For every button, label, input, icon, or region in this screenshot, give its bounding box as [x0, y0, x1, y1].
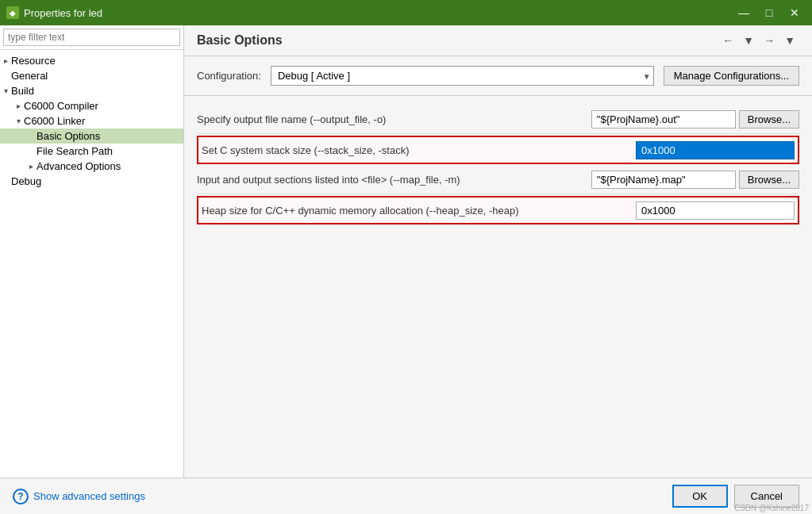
sidebar-filter-input[interactable] — [3, 29, 180, 46]
sidebar-item-file-search-path[interactable]: File Search Path — [0, 144, 183, 159]
tree-arrow-icon: ▾ — [0, 86, 11, 97]
sidebar-item-basic-options[interactable]: Basic Options — [0, 128, 183, 144]
option-row-heap-size: Heap size for C/C++ dynamic memory alloc… — [197, 196, 799, 224]
back-dropdown-button[interactable]: ▼ — [739, 32, 758, 49]
content-title: Basic Options — [197, 33, 283, 48]
option-row-map-file: Input and output sections listed into <f… — [197, 166, 799, 194]
browse-button-output-file[interactable]: Browse... — [739, 110, 799, 128]
config-row: Configuration: Debug [ Active ]ReleaseAl… — [184, 56, 812, 96]
sidebar-tree: ▸ResourceGeneral▾Build▸C6000 Compiler▾C6… — [0, 50, 183, 478]
sidebar-item-label: Basic Options — [37, 130, 183, 142]
tree-arrow-icon — [25, 146, 37, 157]
content-header: Basic Options ← ▼ → ▼ — [184, 25, 812, 56]
sidebar-item-c6000-compiler[interactable]: ▸C6000 Compiler — [0, 98, 183, 113]
maximize-button[interactable]: □ — [758, 4, 780, 21]
sidebar-item-label: File Search Path — [37, 145, 183, 157]
option-input-stack-size[interactable] — [636, 141, 795, 159]
window-controls: — □ ✕ — [733, 4, 806, 21]
sidebar-item-label: General — [11, 70, 183, 82]
option-value-group-heap-size — [636, 201, 795, 220]
manage-configurations-button[interactable]: Manage Configurations... — [664, 66, 799, 86]
sidebar-item-debug[interactable]: Debug — [0, 174, 183, 189]
sidebar-item-c6000-linker[interactable]: ▾C6000 Linker — [0, 113, 183, 128]
option-value-group-map-file: Browse... — [591, 171, 799, 189]
option-row-stack-size: Set C system stack size (--stack_size, -… — [197, 136, 799, 164]
sidebar-item-general[interactable]: General — [0, 68, 183, 83]
tree-arrow-icon: ▸ — [0, 56, 11, 67]
dialog-body: ▸ResourceGeneral▾Build▸C6000 Compiler▾C6… — [0, 25, 812, 514]
sidebar-item-label: C6000 Linker — [24, 115, 183, 127]
sidebar-item-label: Build — [11, 85, 183, 97]
close-button[interactable]: ✕ — [783, 4, 806, 21]
tree-arrow-icon — [25, 131, 37, 142]
sidebar-filter-container — [0, 25, 183, 50]
forward-dropdown-button[interactable]: ▼ — [780, 32, 799, 49]
sidebar-item-build[interactable]: ▾Build — [0, 83, 183, 98]
app-icon: ◆ — [6, 6, 19, 19]
minimize-button[interactable]: — — [733, 4, 755, 21]
ok-button[interactable]: OK — [672, 485, 728, 508]
window-title: Properties for led — [24, 7, 102, 19]
content-area: Basic Options ← ▼ → ▼ Configuration: Deb… — [184, 25, 812, 478]
option-label-output-file: Specify output file name (--output_file,… — [197, 113, 591, 125]
option-input-heap-size[interactable] — [636, 201, 795, 220]
option-input-map-file[interactable] — [591, 171, 736, 189]
option-row-output-file: Specify output file name (--output_file,… — [197, 105, 799, 134]
help-icon: ? — [13, 489, 29, 504]
tree-arrow-icon: ▸ — [13, 101, 24, 112]
option-value-group-output-file: Browse... — [591, 110, 799, 128]
bottom-bar: ? Show advanced settings OK Cancel — [0, 478, 812, 514]
tree-arrow-icon — [0, 176, 11, 187]
options-content: Specify output file name (--output_file,… — [184, 96, 812, 478]
watermark: CSDN @Kshine2017 — [734, 504, 809, 512]
sidebar-item-label: Advanced Options — [37, 160, 183, 172]
browse-button-map-file[interactable]: Browse... — [739, 171, 799, 189]
show-advanced-label: Show advanced settings — [33, 490, 145, 502]
option-value-group-stack-size — [636, 141, 795, 159]
config-select-wrapper: Debug [ Active ]ReleaseAll Configuration… — [271, 66, 654, 86]
option-label-heap-size: Heap size for C/C++ dynamic memory alloc… — [202, 205, 636, 217]
option-label-map-file: Input and output sections listed into <f… — [197, 174, 591, 186]
config-label: Configuration: — [197, 70, 261, 82]
back-button[interactable]: ← — [718, 32, 737, 49]
main-layout: ▸ResourceGeneral▾Build▸C6000 Compiler▾C6… — [0, 25, 812, 478]
forward-button[interactable]: → — [760, 32, 779, 49]
title-bar-left: ◆ Properties for led — [6, 6, 102, 19]
option-label-stack-size: Set C system stack size (--stack_size, -… — [202, 144, 636, 156]
option-input-output-file[interactable] — [591, 110, 736, 128]
title-bar: ◆ Properties for led — □ ✕ — [0, 0, 812, 25]
tree-arrow-icon — [0, 71, 11, 82]
nav-buttons: ← ▼ → ▼ — [718, 32, 799, 49]
sidebar-item-label: C6000 Compiler — [24, 100, 183, 112]
show-advanced-settings-link[interactable]: ? Show advanced settings — [13, 489, 145, 504]
sidebar-item-advanced-options[interactable]: ▸Advanced Options — [0, 159, 183, 174]
sidebar-item-resource[interactable]: ▸Resource — [0, 53, 183, 68]
sidebar: ▸ResourceGeneral▾Build▸C6000 Compiler▾C6… — [0, 25, 184, 478]
tree-arrow-icon: ▾ — [13, 116, 24, 127]
tree-arrow-icon: ▸ — [25, 161, 37, 172]
sidebar-item-label: Resource — [11, 55, 183, 67]
sidebar-item-label: Debug — [11, 175, 183, 187]
config-select[interactable]: Debug [ Active ]ReleaseAll Configuration… — [271, 66, 654, 86]
